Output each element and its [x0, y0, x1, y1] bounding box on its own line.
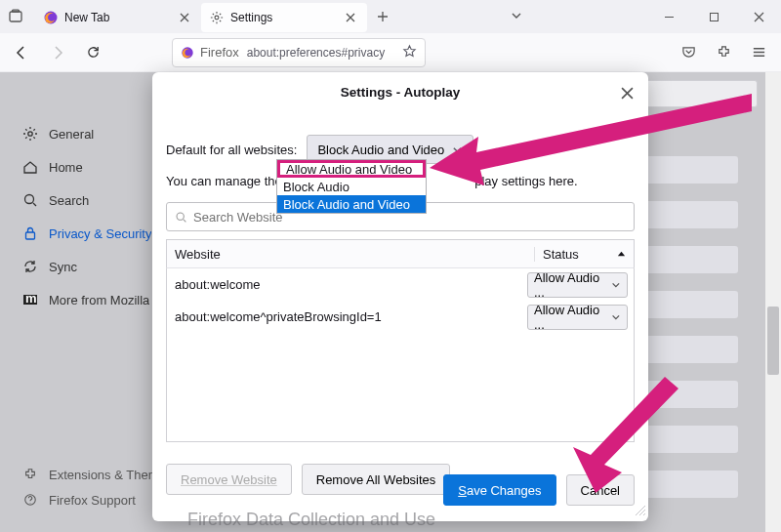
sidebar-item-label: General: [49, 127, 94, 142]
status-select[interactable]: Allow Audio ...: [527, 305, 628, 330]
sidebar-extensions[interactable]: Extensions & Themes: [21, 462, 172, 487]
firefox-icon: [43, 10, 59, 25]
table-header: Website Status: [166, 239, 635, 268]
bookmark-star-icon[interactable]: [402, 44, 417, 61]
app-menu-icon[interactable]: [744, 38, 773, 67]
close-icon[interactable]: [176, 9, 193, 26]
identity-label: Firefox: [200, 45, 239, 60]
tab-label: New Tab: [64, 11, 170, 24]
puzzle-icon: [21, 466, 39, 483]
svg-rect-1: [13, 10, 20, 12]
site-cell: about:welcome: [175, 277, 519, 292]
search-icon: [175, 211, 187, 224]
identity-box[interactable]: Firefox: [181, 45, 239, 60]
gear-icon: [209, 10, 225, 25]
site-cell: about:welcome^privateBrowsingId=1: [175, 309, 519, 324]
sidebar-item-label: More from Mozilla: [49, 293, 149, 307]
background-heading: Firefox Data Collection and Use: [187, 510, 435, 530]
svg-rect-4: [710, 13, 718, 20]
sidebar-item-label: Sync: [49, 260, 77, 274]
tabs-dropdown-icon[interactable]: [511, 10, 522, 24]
window-controls: [646, 0, 781, 33]
remove-all-button[interactable]: Remove All Websites: [302, 464, 451, 495]
search-icon: [21, 191, 39, 209]
sidebar-item-label: Search: [49, 193, 89, 208]
home-icon: [21, 158, 39, 176]
chevron-down-icon: [611, 312, 621, 322]
url-bar[interactable]: Firefox about:preferences#privacy: [172, 38, 426, 67]
save-changes-button[interactable]: Save Changes: [443, 474, 555, 506]
forward-button[interactable]: [43, 38, 72, 67]
lock-icon: [21, 225, 39, 242]
tab-new-tab[interactable]: New Tab: [35, 3, 201, 32]
gear-icon: [21, 125, 39, 143]
scrollbar[interactable]: [765, 72, 781, 532]
table-row[interactable]: about:welcome Allow Audio ...: [167, 268, 634, 301]
sidebar-footer: Extensions & Themes Firefox Support: [21, 462, 172, 512]
sidebar-support[interactable]: Firefox Support: [21, 487, 172, 512]
svg-rect-0: [10, 12, 21, 21]
annotation-arrow-top: [400, 88, 761, 205]
default-label: Default for all websites:: [166, 143, 297, 157]
remove-website-button[interactable]: Remove Website: [166, 464, 292, 495]
svg-point-6: [28, 132, 32, 136]
svg-marker-14: [573, 377, 678, 493]
close-icon[interactable]: [342, 9, 359, 26]
annotation-arrow-bottom: [542, 371, 698, 508]
tab-label: Settings: [230, 11, 336, 24]
column-website[interactable]: Website: [167, 247, 534, 262]
new-tab-button[interactable]: [369, 3, 396, 30]
reload-button[interactable]: [78, 38, 107, 67]
titlebar: New Tab Settings: [0, 0, 781, 33]
url-text: about:preferences#privacy: [247, 46, 394, 60]
nav-toolbar: Firefox about:preferences#privacy: [0, 33, 781, 72]
chevron-down-icon: [611, 280, 621, 290]
mozilla-icon: m: [21, 291, 39, 308]
maximize-button[interactable]: [691, 0, 736, 33]
sidebar-item-label: Home: [49, 160, 83, 175]
svg-rect-8: [26, 232, 35, 239]
sidebar-item-label: Firefox Support: [49, 493, 136, 508]
svg-text:m: m: [25, 292, 37, 306]
minimize-button[interactable]: [646, 0, 691, 33]
sidebar-item-label: Privacy & Security: [49, 226, 151, 241]
scrollbar-thumb[interactable]: [767, 307, 779, 375]
sync-icon: [21, 258, 39, 275]
close-window-button[interactable]: [736, 0, 781, 33]
svg-marker-13: [430, 94, 752, 185]
save-pocket-icon[interactable]: [674, 38, 703, 67]
table-row[interactable]: about:welcome^privateBrowsingId=1 Allow …: [167, 301, 634, 333]
sort-asc-icon: [617, 250, 626, 259]
status-select[interactable]: Allow Audio ...: [527, 272, 628, 298]
extensions-icon[interactable]: [709, 38, 738, 67]
svg-point-7: [25, 195, 34, 204]
svg-point-3: [215, 16, 219, 20]
svg-point-12: [177, 213, 184, 220]
question-icon: [21, 491, 39, 509]
tab-settings[interactable]: Settings: [201, 3, 367, 32]
recent-spaces-icon[interactable]: [6, 7, 25, 26]
column-status[interactable]: Status: [534, 247, 634, 262]
back-button[interactable]: [8, 38, 37, 67]
